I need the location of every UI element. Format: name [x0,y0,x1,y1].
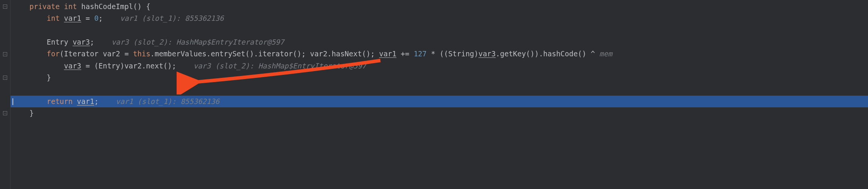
keyword-this: this [133,50,151,58]
keyword-for: for [47,50,60,58]
variable: var3 [479,50,496,58]
inline-hint: var3 (slot_2): HashMap$EntryIterator@597 [107,38,284,46]
code-line-current[interactable]: return var1; var1 (slot_1): 855362136 [11,96,868,107]
code-text: .getKey()).hashCode() ^ [496,50,600,58]
punct: () { [133,2,151,11]
code-text: (Iterator var2 = [60,50,133,58]
space [72,97,77,105]
code-line[interactable]: int var1 = 0; var1 (slot_1): 855362136 [11,12,868,24]
fold-marker-icon[interactable] [3,5,7,9]
variable: var1 [379,50,397,58]
code-line[interactable]: } [11,72,868,84]
code-text: = (Entry)var2.next(); [81,62,176,70]
keyword-return: return [47,97,73,105]
semicolon: ; [94,97,98,105]
code-line[interactable]: } [11,107,868,119]
variable: var3 [64,62,82,70]
code-line[interactable]: private int hashCodeImpl() { [11,1,868,12]
code-line-blank[interactable] [11,84,868,95]
code-line[interactable]: for(Iterator var2 = this.memberValues.en… [11,48,868,60]
caret-icon [12,98,13,105]
type-name: Entry [47,38,73,46]
variable: var1 [77,97,94,105]
keyword-int: int [64,2,77,11]
brace: } [29,109,34,117]
keyword-private: private [29,2,60,11]
number-literal: 127 [414,50,426,58]
number-literal: 0 [94,14,98,22]
code-text: .memberValues.entrySet().iterator(); var… [150,50,379,58]
code-line[interactable]: var3 = (Entry)var2.next(); var3 (slot_2)… [11,60,868,72]
fold-marker-icon[interactable] [3,76,7,80]
fold-marker-icon[interactable] [3,111,7,115]
fold-marker-icon[interactable] [3,52,7,56]
method-name: hashCodeImpl [81,2,133,11]
truncated-code: mem [599,50,612,58]
semicolon: ; [98,14,103,22]
assign-op: = [81,14,94,22]
inline-hint: var1 (slot_1): 855362136 [116,14,224,22]
variable: var3 [72,38,90,46]
gutter [0,0,11,189]
code-editor[interactable]: private int hashCodeImpl() { int var1 = … [0,0,868,189]
code-text: * ((String) [426,50,478,58]
variable: var1 [64,14,82,22]
keyword-int: int [47,14,60,22]
code-area[interactable]: private int hashCodeImpl() { int var1 = … [11,0,868,189]
code-text: += [396,50,414,58]
code-line[interactable]: Entry var3; var3 (slot_2): HashMap$Entry… [11,36,868,48]
brace: } [47,73,51,82]
inline-hint: var3 (slot_2): HashMap$EntryIterator@597 [189,62,366,70]
code-line-blank[interactable] [11,25,868,36]
inline-hint: var1 (slot_1): 855362136 [111,97,219,105]
code-line-blank[interactable] [11,119,868,131]
semicolon: ; [90,38,94,46]
